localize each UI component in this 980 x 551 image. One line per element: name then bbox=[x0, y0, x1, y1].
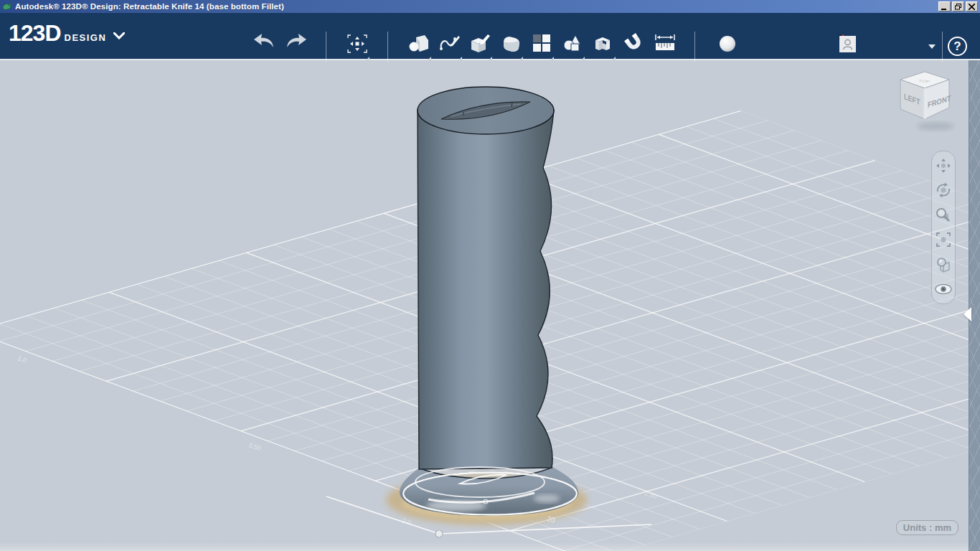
app-logo-menu[interactable]: 123D DESIGN bbox=[9, 20, 125, 47]
toolbar-separator bbox=[387, 32, 388, 62]
window-titlebar: Autodesk® 123D® Design: Retractable Knif… bbox=[0, 0, 980, 13]
zoom-icon bbox=[935, 207, 952, 224]
minimize-icon bbox=[941, 4, 948, 10]
toolbar-separator bbox=[694, 32, 695, 62]
grid-axis-label: 1.0 bbox=[17, 354, 27, 364]
grid-axis-label: 2.50 bbox=[644, 489, 658, 499]
close-icon bbox=[969, 4, 975, 10]
view-settings-icon bbox=[935, 256, 952, 273]
logo-sub: DESIGN bbox=[65, 32, 107, 43]
view-settings-button[interactable] bbox=[934, 255, 953, 275]
redo-button[interactable] bbox=[283, 33, 310, 62]
navigation-rail bbox=[931, 151, 956, 304]
snap-magnet-icon bbox=[623, 33, 645, 55]
zoom-button[interactable] bbox=[934, 205, 953, 225]
panel-expand-arrow-icon[interactable] bbox=[963, 307, 971, 321]
toolbar-separator bbox=[326, 32, 326, 62]
dropdown-indicator bbox=[581, 57, 585, 60]
measure-button[interactable] bbox=[651, 33, 679, 62]
undo-button[interactable] bbox=[250, 33, 278, 62]
fit-button[interactable] bbox=[934, 230, 953, 250]
pattern-icon bbox=[532, 33, 552, 53]
undo-icon bbox=[252, 33, 276, 50]
main-toolbar: 123D DESIGN bbox=[0, 13, 980, 59]
account-avatar-icon bbox=[837, 33, 858, 55]
dropdown-indicator bbox=[519, 57, 523, 60]
primitives-icon bbox=[407, 33, 430, 55]
account-dropdown-caret[interactable] bbox=[928, 44, 936, 49]
construct-button[interactable] bbox=[466, 33, 494, 62]
close-button[interactable] bbox=[966, 1, 978, 11]
combine-button[interactable] bbox=[559, 33, 586, 62]
split-solid-button[interactable] bbox=[590, 33, 617, 62]
help-button[interactable]: ? bbox=[948, 37, 967, 56]
restore-icon bbox=[955, 4, 962, 10]
viewport-canvas[interactable]: 1.03.502.02.50 bbox=[0, 59, 980, 551]
minimize-button[interactable] bbox=[938, 1, 951, 11]
orbit-button[interactable] bbox=[934, 180, 953, 200]
sketch-icon bbox=[438, 33, 461, 55]
restore-button[interactable] bbox=[952, 1, 964, 11]
transform-button[interactable] bbox=[344, 33, 371, 62]
modify-button[interactable] bbox=[497, 33, 524, 62]
dropdown-indicator bbox=[428, 57, 431, 60]
transform-move-icon bbox=[347, 33, 368, 55]
toolbar-separator bbox=[942, 32, 943, 62]
pan-button[interactable] bbox=[934, 156, 953, 176]
redo-icon bbox=[284, 33, 308, 50]
parts-panel-strip[interactable] bbox=[969, 60, 980, 551]
pan-icon bbox=[935, 157, 952, 174]
primitives-button[interactable] bbox=[405, 33, 433, 62]
view-cube[interactable]: TOP LEFT FRONT bbox=[894, 66, 963, 135]
orbit-icon bbox=[935, 182, 952, 199]
dropdown-indicator bbox=[458, 57, 462, 60]
scene-3d: 1.03.502.02.50 bbox=[0, 59, 980, 551]
material-sphere-icon bbox=[717, 33, 738, 55]
dropdown-indicator bbox=[366, 57, 369, 60]
dropdown-indicator bbox=[550, 57, 554, 60]
fit-icon bbox=[935, 231, 952, 248]
app-icon bbox=[2, 2, 12, 11]
chevron-down-icon bbox=[113, 32, 125, 39]
logo-brand: 123D bbox=[9, 20, 61, 47]
pattern-button[interactable] bbox=[528, 33, 555, 62]
window-title: Autodesk® 123D® Design: Retractable Knif… bbox=[15, 2, 938, 11]
dropdown-indicator bbox=[612, 57, 616, 60]
combine-icon bbox=[561, 33, 584, 55]
material-button[interactable] bbox=[714, 33, 741, 62]
show-hide-eye-icon bbox=[934, 282, 953, 296]
measure-icon bbox=[653, 33, 677, 53]
model-handle-body[interactable] bbox=[418, 87, 554, 469]
modify-fillet-icon bbox=[499, 33, 522, 55]
dropdown-indicator bbox=[489, 57, 492, 60]
snap-button[interactable] bbox=[621, 33, 648, 62]
show-hide-button[interactable] bbox=[934, 279, 953, 299]
units-indicator[interactable]: Units : mm bbox=[896, 520, 958, 535]
sketch-button[interactable] bbox=[436, 33, 463, 62]
account-button[interactable] bbox=[834, 33, 861, 62]
construct-icon bbox=[468, 33, 491, 55]
split-solid-icon bbox=[592, 33, 615, 55]
viewport-bottom-fade bbox=[0, 542, 969, 551]
sketch-dimension-label: 20 bbox=[547, 514, 557, 524]
grid-axis-label: 3.50 bbox=[248, 441, 262, 452]
